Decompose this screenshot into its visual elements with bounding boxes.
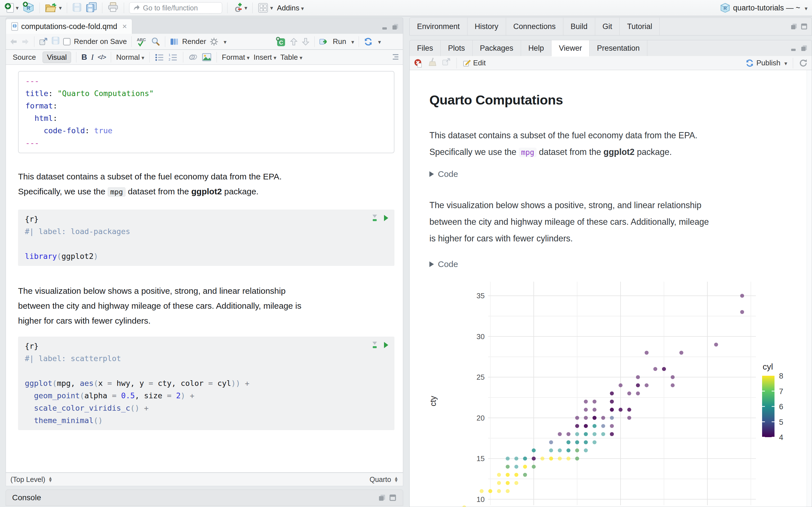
render-settings-gear-icon[interactable] (209, 37, 218, 46)
tab-help[interactable]: Help (521, 40, 552, 56)
go-up-icon[interactable] (290, 37, 298, 46)
visual-editor-content[interactable]: ---title: "Quarto Computations"format: h… (6, 65, 403, 473)
back-icon[interactable] (9, 38, 18, 46)
code-line: scale_color_viridis_c() + (25, 402, 388, 414)
render-on-save-checkbox[interactable] (63, 38, 70, 45)
refresh-icon[interactable] (799, 59, 808, 68)
yaml-block[interactable]: ---title: "Quarto Computations"format: h… (18, 71, 395, 153)
maximize-pane-icon[interactable] (801, 45, 808, 52)
tab-computations-code-fold[interactable]: computations-code-fold.qmd × (6, 19, 132, 34)
paragraph-style-select[interactable]: Normal (116, 53, 144, 62)
tab-environment[interactable]: Environment (410, 18, 467, 35)
code-fold-2[interactable]: Code (429, 260, 458, 269)
git-caret[interactable] (243, 4, 247, 11)
table-menu[interactable]: Table (280, 53, 302, 62)
clear-broom-icon[interactable] (428, 57, 437, 67)
popout-icon[interactable] (39, 38, 48, 46)
addins-menu[interactable]: Addins (277, 4, 304, 12)
minimize-pane-icon[interactable] (790, 23, 798, 30)
maximize-pane-icon[interactable] (389, 494, 397, 502)
open-file-caret[interactable] (57, 4, 62, 11)
editor-paragraph-2[interactable]: The visualization below shows a positive… (18, 283, 397, 328)
print-button[interactable] (107, 2, 119, 14)
project-menu[interactable]: R quarto-tutorials — ~ (720, 3, 808, 13)
insert-chunk-icon[interactable]: C (275, 37, 286, 47)
file-type-selector[interactable]: Quarto (370, 475, 391, 484)
tab-close-icon[interactable]: × (122, 22, 127, 31)
open-file-button[interactable] (45, 3, 62, 13)
new-project-button[interactable]: R (22, 1, 35, 14)
outline-toggle-icon[interactable] (390, 54, 399, 61)
render-icon (170, 38, 179, 46)
numbered-list-icon[interactable]: 12 (168, 53, 178, 61)
spellcheck-icon[interactable]: ABC (136, 37, 147, 47)
maximize-pane-icon[interactable] (392, 23, 399, 31)
tab-files[interactable]: Files (410, 40, 441, 56)
run-chunks-above-icon[interactable] (371, 214, 378, 222)
editor-paragraph-1[interactable]: This dataset contains a subset of the fu… (18, 169, 397, 200)
viewer-scrollbar[interactable] (807, 70, 812, 507)
viewer-content[interactable]: Quarto Computations This dataset contain… (409, 70, 812, 507)
outline-scope-selector[interactable]: (Top Level) (10, 475, 45, 484)
code-line (25, 365, 388, 377)
source-sync-icon[interactable] (363, 37, 373, 47)
render-button[interactable]: Render (182, 37, 206, 46)
tab-build[interactable]: Build (563, 18, 595, 35)
y-tick-label: 25 (476, 373, 485, 381)
tab-history[interactable]: History (467, 18, 506, 35)
image-icon[interactable] (202, 53, 211, 61)
panes-layout-button[interactable] (258, 3, 273, 13)
tab-git[interactable]: Git (595, 18, 620, 35)
link-icon[interactable] (188, 53, 198, 61)
tab-packages[interactable]: Packages (472, 40, 521, 56)
code-line: library(ggplot2) (25, 250, 388, 263)
forward-icon[interactable] (21, 38, 30, 46)
code-format-button[interactable]: </> (98, 53, 106, 61)
italic-button[interactable]: I (91, 53, 94, 62)
bold-button[interactable]: B (82, 53, 87, 62)
run-chunk-icon[interactable] (383, 341, 389, 349)
insert-menu[interactable]: Insert (253, 53, 276, 62)
save-button[interactable] (72, 3, 82, 13)
new-file-caret[interactable] (14, 4, 18, 11)
maximize-pane-icon[interactable] (801, 23, 808, 30)
code-fold-1[interactable]: Code (429, 169, 458, 179)
format-menu[interactable]: Format (222, 53, 250, 62)
code-chunk-scatterplot[interactable]: {r}#| label: scatterplot ggplot(mpg, aes… (18, 337, 395, 430)
save-icon[interactable] (51, 36, 60, 45)
tab-connections[interactable]: Connections (506, 18, 563, 35)
stop-icon[interactable] (414, 58, 423, 68)
minimize-pane-icon[interactable] (378, 494, 386, 502)
tab-tutorial[interactable]: Tutorial (620, 18, 660, 35)
new-file-button[interactable] (4, 2, 18, 13)
go-down-icon[interactable] (301, 37, 310, 46)
goto-arrow-icon (133, 4, 140, 11)
document-title: Quarto Computations (429, 92, 563, 108)
bullet-list-icon[interactable] (155, 53, 164, 61)
visual-mode-button[interactable]: Visual (43, 52, 71, 63)
code-chunk-load-packages[interactable]: {r}#| label: load-packages library(ggplo… (18, 210, 395, 266)
run-button[interactable]: Run (333, 37, 346, 46)
run-caret[interactable] (350, 37, 354, 46)
render-caret[interactable] (222, 37, 226, 46)
edit-button[interactable]: Edit (462, 59, 486, 67)
project-caret (803, 4, 808, 12)
panes-caret[interactable] (268, 4, 273, 11)
tab-presentation[interactable]: Presentation (590, 40, 647, 56)
project-r-cube-icon: R (720, 3, 730, 13)
publish-button[interactable]: Publish (745, 59, 787, 68)
save-all-button[interactable] (86, 2, 97, 14)
minimize-pane-icon[interactable] (790, 45, 798, 52)
git-button[interactable]: G (233, 2, 247, 13)
run-chunk-icon[interactable] (383, 214, 389, 222)
popout-icon[interactable] (442, 58, 451, 66)
tab-viewer[interactable]: Viewer (552, 40, 590, 57)
minimize-pane-icon[interactable] (382, 23, 389, 31)
source-sync-caret[interactable] (376, 37, 381, 46)
source-mode-button[interactable]: Source (10, 52, 39, 63)
run-chunks-above-icon[interactable] (371, 341, 378, 349)
find-replace-icon[interactable] (151, 37, 160, 47)
goto-file-input[interactable]: Go to file/function (129, 2, 222, 13)
console-header[interactable]: Console (6, 490, 403, 506)
tab-plots[interactable]: Plots (441, 40, 472, 56)
